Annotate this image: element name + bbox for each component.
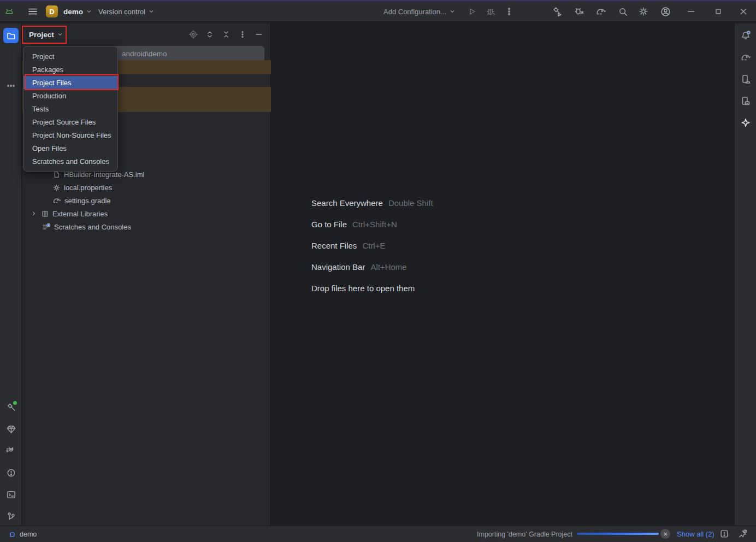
external-libraries-icon: [41, 210, 49, 218]
menu-item-project[interactable]: Project: [23, 50, 117, 63]
show-all-tasks-link[interactable]: Show all (2): [677, 526, 714, 542]
menu-item-project-source-files[interactable]: Project Source Files: [23, 115, 117, 128]
logcat-button[interactable]: [3, 443, 19, 458]
gradle-file-icon: [52, 196, 61, 205]
account-icon[interactable]: [657, 1, 674, 22]
project-name: demo: [63, 8, 83, 16]
build-run-icon[interactable]: [548, 1, 566, 22]
shortcut-go-to-file: Go to File Ctrl+Shift+N: [311, 214, 433, 235]
hide-panel-icon[interactable]: [253, 28, 265, 40]
debug-button[interactable]: [482, 1, 499, 22]
menu-item-packages[interactable]: Packages: [23, 63, 117, 76]
gradle-sync-icon[interactable]: [592, 1, 610, 22]
chevron-down-icon: [56, 31, 64, 38]
window-close-button[interactable]: [734, 1, 753, 22]
menu-item-scratches-and-consoles[interactable]: Scratches and Consoles: [23, 155, 117, 168]
title-bar: D demo Version control Add Configuration…: [0, 0, 756, 22]
tree-item-external-libraries[interactable]: External Libraries: [30, 207, 108, 220]
locate-file-icon[interactable]: [187, 28, 199, 40]
project-widget[interactable]: D demo: [46, 1, 93, 22]
problems-button[interactable]: [3, 465, 19, 480]
properties-gear-icon: [52, 184, 61, 192]
run-button[interactable]: [463, 1, 481, 22]
module-square-icon: [9, 531, 16, 538]
ide-window: D demo Version control Add Configuration…: [0, 0, 756, 542]
drop-files-hint: Drop files here to open them: [311, 278, 433, 299]
version-control-tool-button[interactable]: [3, 509, 19, 524]
editor-area: Search Everywhere Double Shift Go to Fil…: [271, 23, 734, 526]
empty-state-shortcuts: Search Everywhere Double Shift Go to Fil…: [311, 192, 433, 299]
menu-item-project-files[interactable]: Project Files: [23, 76, 117, 89]
tree-item-scratches[interactable]: Scratches and Consoles: [42, 220, 131, 233]
gradle-tool-window-button[interactable]: [738, 50, 753, 65]
build-status-dot: [13, 401, 17, 405]
menu-item-open-files[interactable]: Open Files: [23, 142, 117, 155]
vcs-label: Version control: [98, 8, 145, 16]
profiler-icon[interactable]: [570, 1, 588, 22]
project-view-selector[interactable]: Project: [29, 31, 54, 39]
cancel-task-button[interactable]: [660, 529, 670, 539]
tree-item-settings-gradle[interactable]: settings.gradle: [52, 194, 111, 207]
shortcut-navigation-bar: Navigation Bar Alt+Home: [311, 256, 433, 278]
settings-gear-icon[interactable]: [635, 1, 652, 22]
panel-options-icon[interactable]: [237, 28, 249, 40]
running-devices-button[interactable]: [738, 93, 753, 109]
ai-assistant-button[interactable]: [738, 115, 753, 131]
project-tool-window-button[interactable]: [3, 28, 19, 43]
device-manager-button[interactable]: [738, 72, 753, 87]
project-avatar: D: [46, 5, 58, 17]
notifications-bell-icon[interactable]: [738, 28, 753, 43]
status-project-widget[interactable]: demo: [9, 526, 37, 542]
chevron-down-icon: [448, 8, 456, 15]
window-minimize-button[interactable]: [682, 1, 700, 22]
expand-all-icon[interactable]: [204, 28, 216, 40]
main-menu-button[interactable]: [24, 1, 42, 22]
collapse-all-icon[interactable]: [220, 28, 232, 40]
terminal-button[interactable]: [3, 487, 19, 502]
project-panel-header: Project: [22, 23, 270, 45]
left-tool-stripe: [0, 23, 22, 526]
pin-disabled-icon[interactable]: [738, 529, 748, 539]
event-log-icon[interactable]: [719, 529, 729, 539]
chevron-down-icon: [147, 8, 155, 15]
chevron-right-icon[interactable]: [30, 210, 38, 217]
menu-item-production[interactable]: Production: [23, 89, 117, 102]
menu-item-tests[interactable]: Tests: [23, 102, 117, 115]
scratches-icon: [42, 222, 51, 232]
search-icon[interactable]: [614, 1, 631, 22]
run-configuration-selector[interactable]: Add Configuration...: [383, 1, 456, 22]
more-tool-windows-button[interactable]: [3, 78, 19, 93]
vcs-widget[interactable]: Version control: [98, 1, 155, 22]
chevron-down-icon: [85, 8, 93, 15]
tree-item-local-properties[interactable]: local.properties: [52, 181, 112, 194]
more-run-options-button[interactable]: [500, 1, 518, 22]
menu-item-project-non-source-files[interactable]: Project Non-Source Files: [23, 128, 117, 142]
gradle-import-progress-bar: [577, 533, 659, 535]
background-task-label: Importing 'demo' Gradle Project: [477, 526, 572, 542]
app-quality-insights-button[interactable]: [3, 421, 19, 437]
build-tool-window-button[interactable]: [3, 399, 19, 415]
window-maximize-button[interactable]: [709, 1, 728, 22]
project-view-menu: Project Packages Project Files Productio…: [23, 46, 118, 172]
shortcut-recent-files: Recent Files Ctrl+E: [311, 235, 433, 256]
status-project-name: demo: [20, 531, 37, 538]
android-studio-logo-icon: [4, 1, 14, 22]
shortcut-search-everywhere: Search Everywhere Double Shift: [311, 192, 433, 214]
run-configuration-label: Add Configuration...: [383, 8, 446, 16]
right-tool-stripe: [734, 23, 756, 526]
